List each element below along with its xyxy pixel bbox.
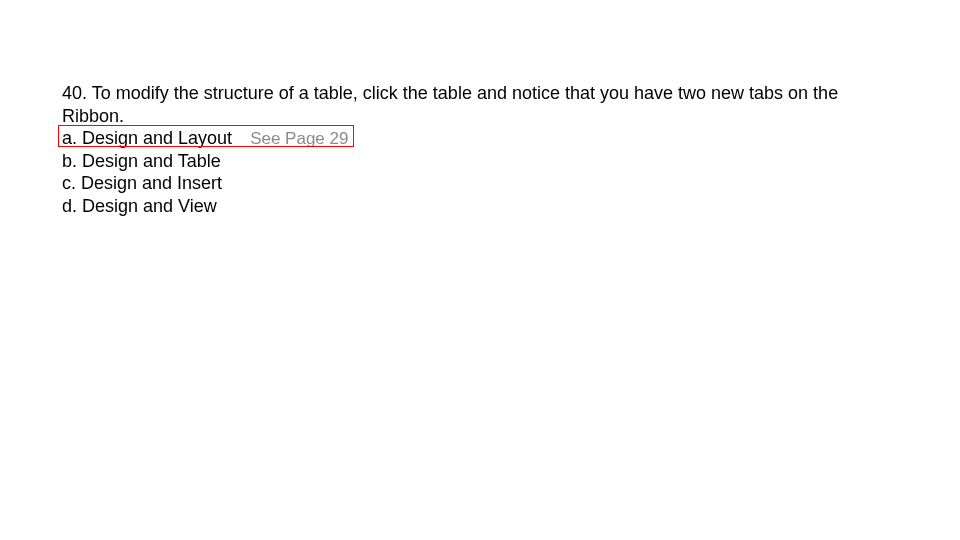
choice-b: b. Design and Table (62, 150, 930, 173)
question-block: 40. To modify the structure of a table, … (62, 82, 930, 217)
page-reference-annotation: See Page 29 (250, 129, 348, 148)
choice-a: a. Design and Layout (62, 128, 232, 148)
choice-a-container: a. Design and LayoutSee Page 29 (62, 127, 348, 150)
choice-c: c. Design and Insert (62, 172, 930, 195)
question-text-line1: 40. To modify the structure of a table, … (62, 82, 930, 105)
choice-d: d. Design and View (62, 195, 930, 218)
choice-a-line: a. Design and LayoutSee Page 29 (62, 127, 930, 150)
question-text-line2: Ribbon. (62, 105, 930, 128)
